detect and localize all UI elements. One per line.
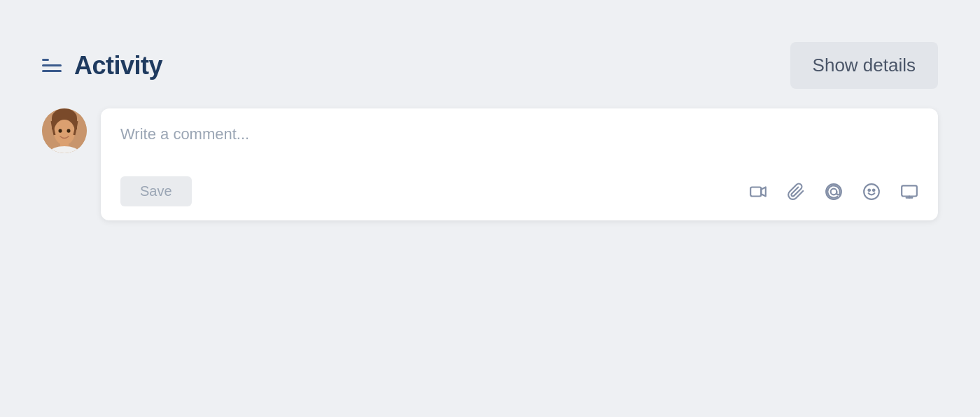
comment-toolbar: Save — [120, 176, 918, 206]
image-icon[interactable] — [900, 183, 918, 201]
svg-point-11 — [864, 184, 879, 199]
svg-rect-14 — [902, 185, 917, 196]
header-left: Activity — [42, 51, 162, 80]
comment-box: Save — [101, 108, 938, 220]
attachment-icon[interactable] — [787, 183, 805, 201]
emoji-icon[interactable] — [862, 183, 881, 201]
header-row: Activity Show details — [42, 42, 938, 89]
svg-point-12 — [868, 189, 870, 191]
svg-rect-8 — [750, 187, 761, 196]
page-container: Activity Show details — [0, 0, 980, 417]
list-icon[interactable] — [42, 59, 62, 72]
svg-point-7 — [67, 129, 71, 133]
svg-point-10 — [831, 188, 837, 195]
mention-icon[interactable] — [825, 183, 843, 201]
comment-input[interactable] — [120, 125, 918, 162]
avatar — [42, 108, 87, 153]
comment-area: Save — [42, 108, 938, 220]
svg-point-13 — [873, 189, 875, 191]
page-title: Activity — [74, 51, 162, 80]
video-icon[interactable] — [749, 183, 767, 201]
toolbar-icons — [749, 183, 918, 201]
svg-point-3 — [54, 120, 75, 145]
save-button[interactable]: Save — [120, 176, 192, 206]
show-details-button[interactable]: Show details — [790, 42, 938, 89]
svg-point-6 — [59, 129, 62, 133]
